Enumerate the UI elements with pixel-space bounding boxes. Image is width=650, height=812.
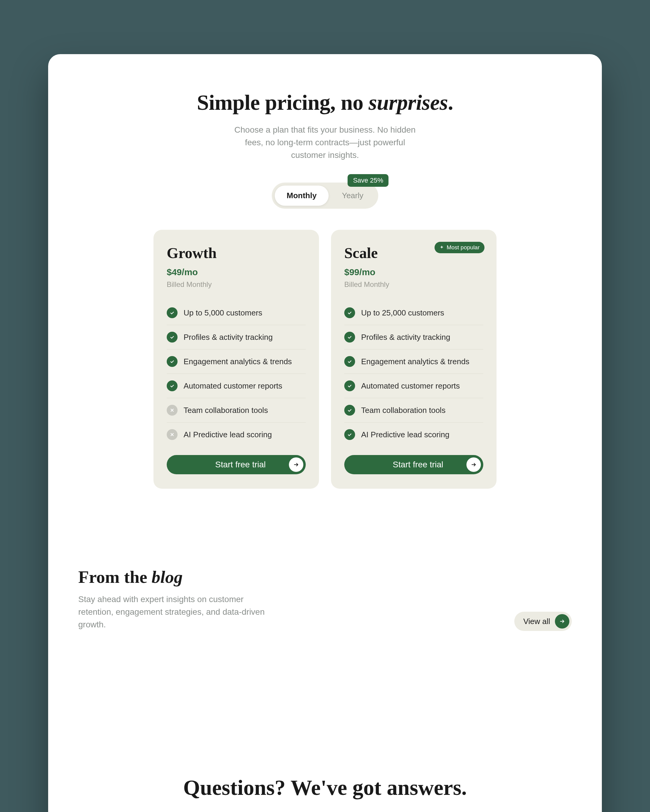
faq-title: Questions? We've got answers. (78, 775, 572, 800)
pricing-subtitle: Choose a plan that fits your business. N… (232, 124, 418, 162)
feature-row: Engagement analytics & trends (167, 350, 306, 374)
view-all-button[interactable]: View all (514, 612, 572, 631)
pricing-title-post: . (448, 90, 453, 114)
page-card: Simple pricing, no surprises. Choose a p… (48, 54, 602, 812)
start-trial-button[interactable]: Start free trial (344, 455, 483, 474)
plan-growth: Growth $49/mo Billed Monthly Up to 5,000… (153, 230, 319, 489)
plans-row: Growth $49/mo Billed Monthly Up to 5,000… (78, 230, 572, 489)
blog-subtitle: Stay ahead with expert insights on custo… (78, 593, 271, 631)
check-icon (344, 405, 355, 416)
plan-name: Growth (167, 244, 306, 262)
plan-billed: Billed Monthly (167, 280, 306, 289)
feature-row: Engagement analytics & trends (344, 350, 483, 374)
plan-price: $99/mo (344, 267, 483, 277)
feature-row: AI Predictive lead scoring (344, 423, 483, 447)
blog-title: From the blog (78, 567, 271, 587)
plan-scale: Most popular Scale $99/mo Billed Monthly… (331, 230, 497, 489)
start-trial-button[interactable]: Start free trial (167, 455, 306, 474)
blog-section: From the blog Stay ahead with expert ins… (78, 567, 572, 631)
feature-label: Team collaboration tools (361, 406, 445, 415)
pricing-title-pre: Simple pricing, no (197, 90, 369, 114)
arrow-right-icon (466, 458, 481, 472)
feature-label: AI Predictive lead scoring (361, 430, 449, 440)
feature-row: Up to 25,000 customers (344, 301, 483, 325)
feature-label: Up to 25,000 customers (361, 308, 444, 317)
feature-label: Engagement analytics & trends (361, 357, 470, 366)
view-all-label: View all (523, 617, 550, 626)
check-icon (344, 307, 355, 318)
plan-billed: Billed Monthly (344, 280, 483, 289)
check-icon (344, 380, 355, 391)
billing-toggle-wrapper: Save 25% Monthly Yearly (272, 183, 379, 209)
plan-features: Up to 25,000 customers Profiles & activi… (344, 301, 483, 447)
popular-label: Most popular (447, 244, 480, 251)
arrow-right-icon (555, 614, 569, 629)
x-icon (167, 429, 177, 440)
blog-title-italic: blog (151, 567, 183, 587)
arrow-right-icon (289, 458, 303, 472)
blog-header-row: From the blog Stay ahead with expert ins… (78, 567, 572, 631)
pricing-title: Simple pricing, no surprises. (78, 90, 572, 115)
feature-label: AI Predictive lead scoring (184, 430, 272, 440)
faq-section: Questions? We've got answers. Find answe… (78, 775, 572, 812)
check-icon (344, 429, 355, 440)
plan-price: $49/mo (167, 267, 306, 277)
sparkle-icon (439, 245, 444, 250)
feature-row: Profiles & activity tracking (344, 325, 483, 350)
toggle-yearly[interactable]: Yearly (330, 186, 375, 206)
faq-subtitle: Find answers to the most common question… (217, 809, 433, 812)
feature-label: Up to 5,000 customers (184, 308, 262, 317)
feature-label: Automated customer reports (361, 382, 460, 391)
plan-features: Up to 5,000 customers Profiles & activit… (167, 301, 306, 447)
check-icon (167, 307, 177, 318)
blog-heading-block: From the blog Stay ahead with expert ins… (78, 567, 271, 631)
blog-title-pre: From the (78, 567, 151, 587)
feature-row: AI Predictive lead scoring (167, 423, 306, 447)
feature-row: Automated customer reports (344, 374, 483, 398)
check-icon (167, 332, 177, 343)
x-icon (167, 405, 177, 416)
check-icon (344, 356, 355, 367)
cta-label: Start free trial (355, 460, 481, 469)
feature-row: Profiles & activity tracking (167, 325, 306, 350)
save-badge: Save 25% (347, 174, 388, 187)
feature-row: Team collaboration tools (344, 398, 483, 423)
pricing-title-italic: surprises (369, 90, 448, 114)
feature-row: Up to 5,000 customers (167, 301, 306, 325)
check-icon (344, 332, 355, 343)
feature-label: Profiles & activity tracking (361, 333, 450, 342)
feature-row: Automated customer reports (167, 374, 306, 398)
check-icon (167, 356, 177, 367)
most-popular-badge: Most popular (434, 242, 485, 253)
check-icon (167, 380, 177, 391)
feature-row: Team collaboration tools (167, 398, 306, 423)
toggle-monthly[interactable]: Monthly (275, 186, 329, 206)
cta-label: Start free trial (177, 460, 303, 469)
feature-label: Team collaboration tools (184, 406, 268, 415)
feature-label: Automated customer reports (184, 382, 282, 391)
feature-label: Profiles & activity tracking (184, 333, 273, 342)
feature-label: Engagement analytics & trends (184, 357, 292, 366)
pricing-section: Simple pricing, no surprises. Choose a p… (78, 90, 572, 489)
